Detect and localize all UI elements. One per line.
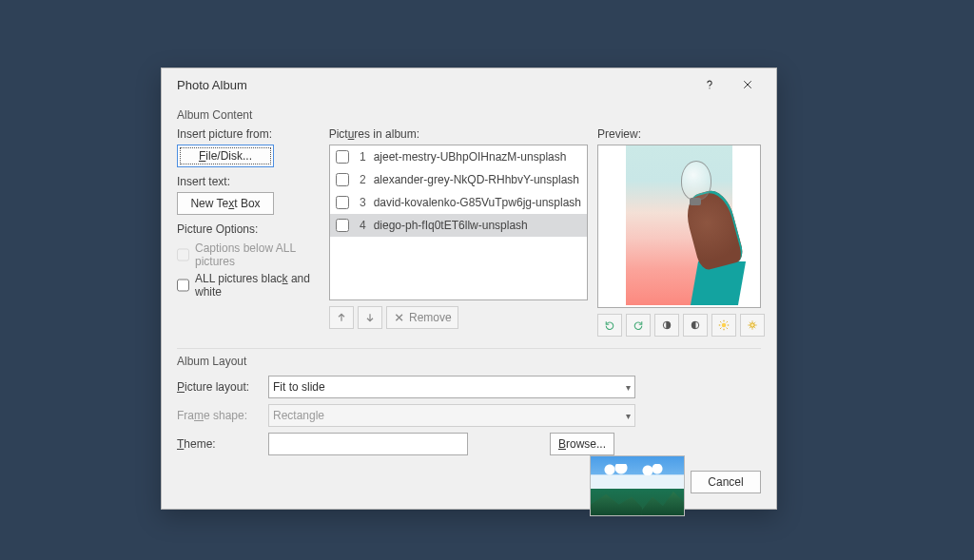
- picture-item-checkbox[interactable]: [336, 219, 349, 232]
- picture-item-checkbox[interactable]: [336, 196, 349, 209]
- insert-text-label: Insert text:: [177, 173, 320, 192]
- preview-label: Preview:: [597, 126, 761, 145]
- picture-item-number: 3: [357, 196, 366, 209]
- help-icon: [703, 78, 716, 91]
- theme-input[interactable]: [268, 433, 468, 455]
- preview-box: [597, 145, 761, 308]
- browse-button[interactable]: Browse...: [550, 433, 614, 455]
- captions-below-checkbox: Captions below ALL pictures: [177, 240, 320, 270]
- picture-layout-select[interactable]: Fit to slide ▾: [268, 376, 635, 398]
- picture-options-label: Picture Options:: [177, 221, 320, 240]
- pictures-column: Pictures in album: 1ajeet-mestry-UBhpOIH…: [329, 126, 588, 337]
- contrast-down-icon: [690, 319, 701, 332]
- album-content-left: Insert picture from: File/Disk... Insert…: [177, 126, 320, 337]
- theme-label: Theme:: [177, 437, 263, 451]
- move-up-button: [329, 306, 354, 329]
- preview-image: [626, 145, 732, 305]
- brightness-down-icon: [747, 319, 758, 332]
- picture-item-name: ajeet-mestry-UBhpOIHnazM-unsplash: [374, 150, 581, 164]
- picture-item-checkbox[interactable]: [336, 150, 349, 164]
- move-down-button: [358, 306, 382, 329]
- album-content-heading: Album Content: [177, 106, 761, 126]
- chevron-down-icon: ▾: [626, 382, 631, 393]
- title-bar: Photo Album: [162, 68, 776, 101]
- rotate-right-button[interactable]: [626, 314, 651, 337]
- svg-point-3: [722, 323, 727, 328]
- rotate-left-button[interactable]: [597, 314, 622, 337]
- picture-item-number: 4: [357, 219, 366, 232]
- preview-column: Preview:: [597, 126, 761, 337]
- frame-shape-select: Rectangle ▾: [268, 404, 635, 427]
- close-icon: [742, 79, 753, 90]
- picture-item-name: david-kovalenko-G85VuTpw6jg-unsplash: [374, 196, 581, 209]
- arrow-up-icon: [336, 311, 347, 324]
- brightness-up-icon: [718, 319, 730, 332]
- picture-item-name: diego-ph-fIq0tET6llw-unsplash: [374, 219, 581, 232]
- picture-item-name: alexander-grey-NkQD-RHhbvY-unsplash: [374, 173, 581, 186]
- svg-point-0: [709, 87, 710, 88]
- picture-item-number: 2: [357, 173, 366, 186]
- pictures-listbox[interactable]: 1ajeet-mestry-UBhpOIHnazM-unsplash2alexa…: [329, 145, 588, 300]
- file-disk-button[interactable]: File/Disk...: [177, 145, 274, 167]
- brightness-up-button[interactable]: [711, 314, 736, 337]
- brightness-down-button[interactable]: [740, 314, 765, 337]
- rotate-left-icon: [604, 319, 615, 332]
- help-button[interactable]: [691, 70, 729, 99]
- insert-picture-from-label: Insert picture from:: [177, 126, 320, 145]
- contrast-up-icon: [661, 319, 672, 332]
- album-layout-heading: Album Layout: [177, 353, 761, 372]
- photo-album-dialog: Photo Album Album Content Insert picture…: [161, 68, 777, 510]
- arrow-down-icon: [364, 311, 376, 324]
- window-title: Photo Album: [177, 78, 691, 92]
- x-icon: [393, 311, 405, 324]
- close-button[interactable]: [729, 70, 767, 99]
- new-text-box-button[interactable]: New Text Box: [177, 192, 274, 215]
- contrast-down-button[interactable]: [683, 314, 708, 337]
- picture-item-number: 1: [357, 150, 366, 164]
- frame-shape-label: Frame shape:: [177, 409, 263, 422]
- chevron-down-icon: ▾: [626, 411, 631, 421]
- picture-list-item[interactable]: 2alexander-grey-NkQD-RHhbvY-unsplash: [330, 168, 587, 191]
- picture-list-item[interactable]: 4diego-ph-fIq0tET6llw-unsplash: [330, 214, 587, 237]
- all-black-white-checkbox[interactable]: ALL pictures black and white: [177, 270, 320, 300]
- picture-layout-label: Picture layout:: [177, 380, 263, 394]
- remove-button: Remove: [386, 306, 458, 329]
- contrast-up-button[interactable]: [654, 314, 679, 337]
- picture-list-item[interactable]: 3david-kovalenko-G85VuTpw6jg-unsplash: [330, 191, 587, 214]
- picture-list-item[interactable]: 1ajeet-mestry-UBhpOIHnazM-unsplash: [330, 145, 587, 168]
- layout-thumbnail: [590, 455, 685, 516]
- pictures-in-album-label: Pictures in album:: [329, 126, 588, 145]
- cancel-button[interactable]: Cancel: [691, 471, 761, 493]
- rotate-right-icon: [633, 319, 644, 332]
- svg-point-4: [750, 323, 755, 328]
- picture-item-checkbox[interactable]: [336, 173, 349, 186]
